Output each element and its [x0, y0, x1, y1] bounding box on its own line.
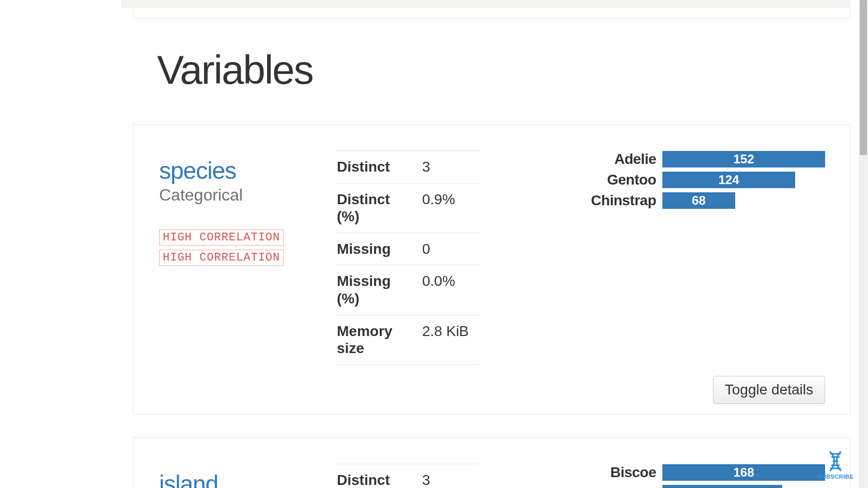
- freq-label: Biscoe: [587, 464, 662, 481]
- variable-card-species: species Categorical HIGH CORRELATION HIG…: [133, 124, 850, 415]
- variable-name-link[interactable]: species: [159, 157, 324, 185]
- freq-bar-wrap: 124: [662, 485, 825, 488]
- stat-row: Missing 0: [335, 233, 479, 265]
- freq-row: Adelie 152: [587, 150, 825, 168]
- stat-value: 2.8 KiB: [420, 315, 479, 364]
- subscribe-badge[interactable]: SUBSCRIBE: [818, 450, 854, 480]
- stat-label: Missing: [335, 233, 420, 265]
- freq-label: Chinstrap: [587, 192, 662, 209]
- freq-label: Adelie: [587, 151, 662, 167]
- freq-bar-wrap: 124: [662, 172, 825, 188]
- freq-bar: 168: [662, 464, 825, 481]
- stat-row: Distinct 3: [335, 464, 479, 489]
- dna-icon: [824, 450, 847, 472]
- section-title: Variables: [157, 47, 313, 94]
- stat-label: Distinct: [335, 151, 420, 184]
- report-page: Variables species Categorical HIGH CORRE…: [0, 0, 868, 488]
- freq-bar: 124: [662, 485, 782, 488]
- frequency-chart: Biscoe 168 Dream 124: [587, 464, 825, 488]
- freq-bar: 68: [662, 192, 735, 209]
- stat-value: 3: [420, 464, 479, 489]
- scrollbar-track[interactable]: [859, 0, 868, 488]
- stat-value: 0.9%: [420, 183, 479, 233]
- freq-label: Gentoo: [587, 172, 662, 188]
- variable-header: island Categorical: [159, 470, 324, 488]
- stat-label: Distinct (%): [335, 183, 420, 233]
- freq-bar-wrap: 168: [662, 464, 825, 481]
- freq-row: Dream 124: [587, 484, 825, 488]
- freq-bar: 152: [662, 151, 825, 167]
- stat-value: 0: [420, 233, 479, 265]
- warning-badge[interactable]: HIGH CORRELATION: [159, 250, 284, 266]
- stat-label: Distinct: [335, 464, 420, 489]
- freq-row: Gentoo 124: [587, 171, 825, 189]
- toggle-details-button[interactable]: Toggle details: [713, 376, 825, 404]
- freq-row: Chinstrap 68: [587, 192, 825, 209]
- scrollbar-thumb[interactable]: [860, 0, 867, 155]
- stat-value: 3: [420, 151, 479, 184]
- freq-bar-wrap: 68: [662, 192, 825, 209]
- freq-label: Dream: [587, 485, 662, 488]
- subscribe-label: SUBSCRIBE: [818, 474, 854, 480]
- freq-bar-wrap: 152: [662, 151, 825, 167]
- stat-value: 0.0%: [420, 265, 479, 315]
- variable-header: species Categorical HIGH CORRELATION HIG…: [159, 157, 324, 270]
- warning-badge[interactable]: HIGH CORRELATION: [159, 230, 284, 246]
- variable-name-link[interactable]: island: [159, 470, 324, 488]
- stat-label: Memory size: [335, 315, 420, 364]
- stat-label: Missing (%): [335, 265, 420, 315]
- top-bar: [121, 0, 850, 8]
- warnings-container: HIGH CORRELATION HIGH CORRELATION: [159, 230, 324, 270]
- variable-type-label: Categorical: [159, 186, 324, 205]
- freq-row: Biscoe 168: [587, 464, 825, 481]
- stat-row: Distinct (%) 0.9%: [335, 183, 479, 233]
- stats-table: Distinct 3 Distinct (%) 0.9% Missing 0 M…: [335, 150, 479, 365]
- stat-row: Memory size 2.8 KiB: [335, 315, 479, 364]
- stats-table: Distinct 3: [335, 464, 479, 488]
- stat-row: Missing (%) 0.0%: [335, 265, 479, 315]
- frequency-chart: Adelie 152 Gentoo 124 Chinstrap 68: [587, 150, 825, 212]
- variable-card-island: island Categorical Distinct 3 Biscoe 168…: [133, 437, 850, 488]
- stat-row: Distinct 3: [335, 151, 479, 184]
- freq-bar: 124: [662, 172, 795, 188]
